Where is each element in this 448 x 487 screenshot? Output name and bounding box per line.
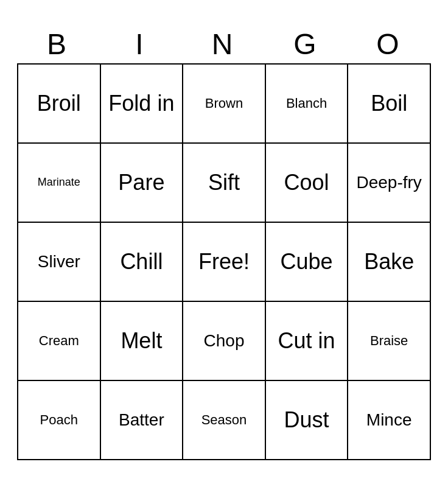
bingo-cell-4-3: Dust bbox=[266, 381, 349, 460]
bingo-cell-2-0: Sliver bbox=[18, 223, 101, 302]
bingo-row-3: CreamMeltChopCut inBraise bbox=[18, 302, 431, 381]
bingo-cell-2-2: Free! bbox=[183, 223, 266, 302]
bingo-cell-0-4: Boil bbox=[348, 65, 431, 144]
header-letter-b: B bbox=[17, 27, 100, 61]
bingo-row-4: PoachBatterSeasonDustMince bbox=[18, 381, 431, 460]
bingo-card: BINGO BroilFold inBrownBlanchBoilMarinat… bbox=[17, 27, 431, 460]
bingo-cell-1-4: Deep-fry bbox=[348, 144, 431, 223]
header-letter-n: N bbox=[183, 27, 265, 61]
bingo-header: BINGO bbox=[17, 27, 431, 61]
bingo-cell-2-4: Bake bbox=[348, 223, 431, 302]
bingo-cell-4-4: Mince bbox=[348, 381, 431, 460]
bingo-cell-2-1: Chill bbox=[101, 223, 184, 302]
bingo-cell-0-2: Brown bbox=[183, 65, 266, 144]
bingo-cell-1-2: Sift bbox=[183, 144, 266, 223]
bingo-cell-0-3: Blanch bbox=[266, 65, 349, 144]
bingo-cell-3-3: Cut in bbox=[266, 302, 349, 381]
header-letter-o: O bbox=[348, 27, 431, 61]
bingo-cell-2-3: Cube bbox=[266, 223, 349, 302]
bingo-cell-3-4: Braise bbox=[348, 302, 431, 381]
header-letter-i: I bbox=[100, 27, 183, 61]
bingo-cell-0-1: Fold in bbox=[101, 65, 184, 144]
header-letter-g: G bbox=[265, 27, 348, 61]
bingo-cell-3-0: Cream bbox=[18, 302, 101, 381]
bingo-cell-4-2: Season bbox=[183, 381, 266, 460]
bingo-cell-4-1: Batter bbox=[101, 381, 184, 460]
bingo-cell-3-1: Melt bbox=[101, 302, 184, 381]
bingo-row-2: SliverChillFree!CubeBake bbox=[18, 223, 431, 302]
bingo-cell-1-0: Marinate bbox=[18, 144, 101, 223]
bingo-cell-3-2: Chop bbox=[183, 302, 266, 381]
bingo-cell-1-3: Cool bbox=[266, 144, 349, 223]
bingo-row-0: BroilFold inBrownBlanchBoil bbox=[18, 65, 431, 144]
bingo-cell-1-1: Pare bbox=[101, 144, 184, 223]
bingo-cell-0-0: Broil bbox=[18, 65, 101, 144]
bingo-grid: BroilFold inBrownBlanchBoilMarinatePareS… bbox=[17, 63, 431, 460]
bingo-cell-4-0: Poach bbox=[18, 381, 101, 460]
bingo-row-1: MarinatePareSiftCoolDeep-fry bbox=[18, 144, 431, 223]
